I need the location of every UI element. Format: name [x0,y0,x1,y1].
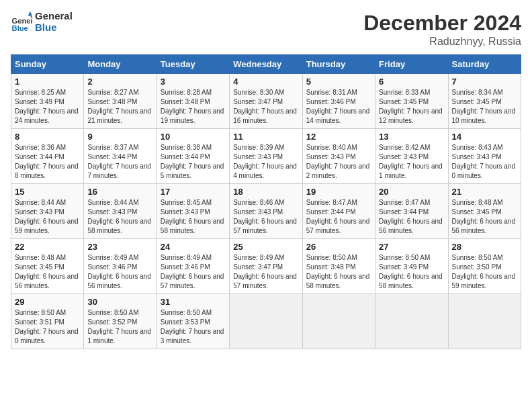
calendar-cell: 26 Sunrise: 8:50 AMSunset: 3:48 PMDaylig… [302,239,375,294]
calendar-cell: 18 Sunrise: 8:46 AMSunset: 3:43 PMDaylig… [230,184,302,239]
day-info: Sunrise: 8:36 AMSunset: 3:44 PMDaylight:… [15,144,79,179]
calendar-cell: 8 Sunrise: 8:36 AMSunset: 3:44 PMDayligh… [11,129,84,184]
day-info: Sunrise: 8:33 AMSunset: 3:45 PMDaylight:… [379,89,443,124]
logo: General Blue General Blue [11,11,73,33]
calendar-cell: 11 Sunrise: 8:39 AMSunset: 3:43 PMDaylig… [230,129,302,184]
day-number: 4 [233,77,298,87]
calendar-cell: 3 Sunrise: 8:28 AMSunset: 3:48 PMDayligh… [157,74,229,129]
day-info: Sunrise: 8:37 AMSunset: 3:44 PMDaylight:… [87,144,151,179]
day-number: 30 [87,297,152,307]
calendar-cell: 2 Sunrise: 8:27 AMSunset: 3:48 PMDayligh… [84,74,157,129]
calendar-cell: 25 Sunrise: 8:49 AMSunset: 3:47 PMDaylig… [230,239,302,294]
day-number: 26 [306,242,371,252]
calendar-cell: 9 Sunrise: 8:37 AMSunset: 3:44 PMDayligh… [84,129,157,184]
logo-blue: Blue [35,22,73,34]
day-info: Sunrise: 8:49 AMSunset: 3:46 PMDaylight:… [87,254,151,289]
day-number: 24 [161,242,226,252]
day-number: 15 [15,187,80,197]
day-number: 5 [306,77,371,87]
week-row-2: 8 Sunrise: 8:36 AMSunset: 3:44 PMDayligh… [11,129,521,184]
column-header-thursday: Thursday [302,55,375,74]
calendar-cell: 13 Sunrise: 8:42 AMSunset: 3:43 PMDaylig… [375,129,448,184]
calendar-cell: 15 Sunrise: 8:44 AMSunset: 3:43 PMDaylig… [11,184,84,239]
week-row-4: 22 Sunrise: 8:48 AMSunset: 3:45 PMDaylig… [11,239,521,294]
day-number: 11 [233,132,298,142]
calendar-cell: 16 Sunrise: 8:44 AMSunset: 3:43 PMDaylig… [84,184,157,239]
logo-icon: General Blue [11,11,32,33]
day-info: Sunrise: 8:30 AMSunset: 3:47 PMDaylight:… [233,89,297,124]
calendar-cell: 19 Sunrise: 8:47 AMSunset: 3:44 PMDaylig… [302,184,375,239]
calendar-cell: 4 Sunrise: 8:30 AMSunset: 3:47 PMDayligh… [230,74,302,129]
column-header-saturday: Saturday [448,55,521,74]
day-number: 31 [161,297,226,307]
day-number: 7 [452,77,517,87]
day-number: 19 [306,187,371,197]
location-subtitle: Raduzhnyy, Russia [363,36,521,48]
calendar-cell [375,294,448,349]
day-info: Sunrise: 8:25 AMSunset: 3:49 PMDaylight:… [15,89,79,124]
calendar-cell [302,294,375,349]
day-number: 9 [87,132,152,142]
day-number: 3 [161,77,226,87]
day-number: 18 [233,187,298,197]
calendar-cell: 20 Sunrise: 8:47 AMSunset: 3:44 PMDaylig… [375,184,448,239]
day-info: Sunrise: 8:50 AMSunset: 3:48 PMDaylight:… [306,254,370,289]
day-number: 8 [15,132,80,142]
day-info: Sunrise: 8:46 AMSunset: 3:43 PMDaylight:… [233,199,297,234]
day-number: 14 [452,132,517,142]
calendar-cell: 10 Sunrise: 8:38 AMSunset: 3:44 PMDaylig… [157,129,229,184]
calendar-cell: 29 Sunrise: 8:50 AMSunset: 3:51 PMDaylig… [11,294,84,349]
day-number: 12 [306,132,371,142]
title-block: December 2024 Raduzhnyy, Russia [363,11,521,48]
day-number: 28 [452,242,517,252]
calendar-cell: 24 Sunrise: 8:49 AMSunset: 3:46 PMDaylig… [157,239,229,294]
day-info: Sunrise: 8:42 AMSunset: 3:43 PMDaylight:… [379,144,443,179]
day-info: Sunrise: 8:40 AMSunset: 3:43 PMDaylight:… [306,144,370,179]
day-info: Sunrise: 8:47 AMSunset: 3:44 PMDaylight:… [379,199,443,234]
column-header-sunday: Sunday [11,55,84,74]
day-info: Sunrise: 8:43 AMSunset: 3:43 PMDaylight:… [452,144,516,179]
calendar-cell: 6 Sunrise: 8:33 AMSunset: 3:45 PMDayligh… [375,74,448,129]
day-info: Sunrise: 8:44 AMSunset: 3:43 PMDaylight:… [15,199,79,234]
calendar-cell: 1 Sunrise: 8:25 AMSunset: 3:49 PMDayligh… [11,74,84,129]
calendar-cell: 22 Sunrise: 8:48 AMSunset: 3:45 PMDaylig… [11,239,84,294]
day-info: Sunrise: 8:50 AMSunset: 3:53 PMDaylight:… [161,309,224,345]
day-info: Sunrise: 8:44 AMSunset: 3:43 PMDaylight:… [87,199,151,234]
calendar-cell: 17 Sunrise: 8:45 AMSunset: 3:43 PMDaylig… [157,184,229,239]
day-info: Sunrise: 8:34 AMSunset: 3:45 PMDaylight:… [452,89,516,124]
day-info: Sunrise: 8:39 AMSunset: 3:43 PMDaylight:… [233,144,297,179]
day-info: Sunrise: 8:38 AMSunset: 3:44 PMDaylight:… [161,144,224,179]
column-header-wednesday: Wednesday [230,55,302,74]
svg-marker-2 [28,11,32,15]
week-row-5: 29 Sunrise: 8:50 AMSunset: 3:51 PMDaylig… [11,294,521,349]
day-info: Sunrise: 8:49 AMSunset: 3:46 PMDaylight:… [161,254,224,289]
day-info: Sunrise: 8:48 AMSunset: 3:45 PMDaylight:… [452,199,516,234]
month-title: December 2024 [363,11,521,36]
day-number: 13 [379,132,444,142]
calendar-cell: 23 Sunrise: 8:49 AMSunset: 3:46 PMDaylig… [84,239,157,294]
day-number: 20 [379,187,444,197]
calendar-cell: 12 Sunrise: 8:40 AMSunset: 3:43 PMDaylig… [302,129,375,184]
day-number: 2 [87,77,152,87]
calendar-cell: 5 Sunrise: 8:31 AMSunset: 3:46 PMDayligh… [302,74,375,129]
svg-text:General: General [12,16,32,24]
column-header-friday: Friday [375,55,448,74]
column-header-tuesday: Tuesday [157,55,229,74]
calendar-header-row: SundayMondayTuesdayWednesdayThursdayFrid… [11,55,521,74]
day-number: 29 [15,297,80,307]
calendar-table: SundayMondayTuesdayWednesdayThursdayFrid… [11,54,521,349]
calendar-cell [230,294,302,349]
day-number: 6 [379,77,444,87]
page-header: General Blue General Blue December 2024 … [11,11,521,48]
day-number: 27 [379,242,444,252]
calendar-cell: 28 Sunrise: 8:50 AMSunset: 3:50 PMDaylig… [448,239,521,294]
day-number: 23 [87,242,152,252]
day-info: Sunrise: 8:50 AMSunset: 3:52 PMDaylight:… [87,309,151,345]
day-number: 10 [161,132,226,142]
calendar-cell: 30 Sunrise: 8:50 AMSunset: 3:52 PMDaylig… [84,294,157,349]
day-info: Sunrise: 8:50 AMSunset: 3:51 PMDaylight:… [15,309,79,345]
calendar-cell: 7 Sunrise: 8:34 AMSunset: 3:45 PMDayligh… [448,74,521,129]
day-info: Sunrise: 8:28 AMSunset: 3:48 PMDaylight:… [161,89,224,124]
day-info: Sunrise: 8:45 AMSunset: 3:43 PMDaylight:… [161,199,224,234]
day-info: Sunrise: 8:50 AMSunset: 3:50 PMDaylight:… [452,254,516,289]
